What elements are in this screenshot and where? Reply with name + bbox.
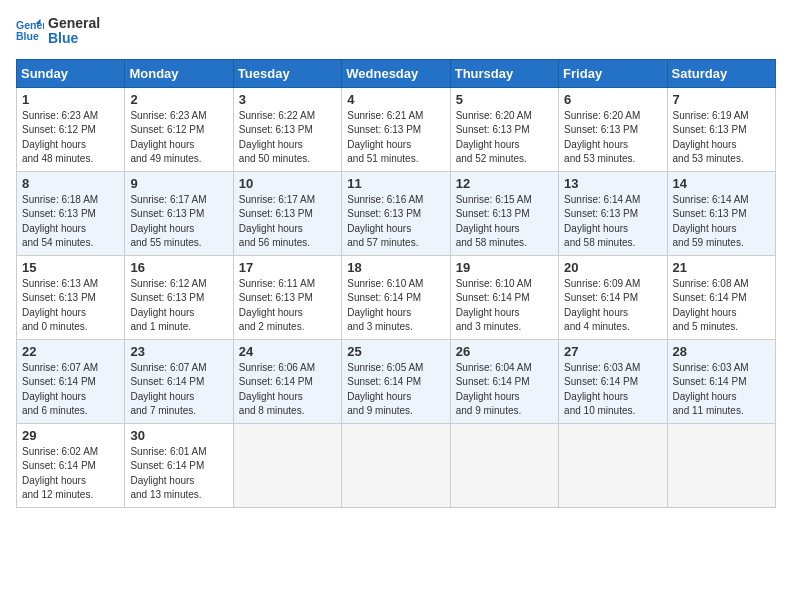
weekday-header-cell: Tuesday: [233, 59, 341, 87]
calendar-week-row: 1Sunrise: 6:23 AMSunset: 6:12 PMDaylight…: [17, 87, 776, 171]
weekday-header-cell: Sunday: [17, 59, 125, 87]
day-info: Sunrise: 6:14 AMSunset: 6:13 PMDaylight …: [564, 193, 661, 251]
day-info: Sunrise: 6:23 AMSunset: 6:12 PMDaylight …: [22, 109, 119, 167]
calendar-day-cell: 29Sunrise: 6:02 AMSunset: 6:14 PMDayligh…: [17, 423, 125, 507]
day-info: Sunrise: 6:19 AMSunset: 6:13 PMDaylight …: [673, 109, 770, 167]
day-info: Sunrise: 6:15 AMSunset: 6:13 PMDaylight …: [456, 193, 553, 251]
day-number: 16: [130, 260, 227, 275]
logo-icon: General Blue: [16, 17, 44, 45]
day-number: 21: [673, 260, 770, 275]
calendar-day-cell: 13Sunrise: 6:14 AMSunset: 6:13 PMDayligh…: [559, 171, 667, 255]
day-info: Sunrise: 6:02 AMSunset: 6:14 PMDaylight …: [22, 445, 119, 503]
day-number: 5: [456, 92, 553, 107]
svg-text:Blue: Blue: [16, 30, 39, 42]
day-info: Sunrise: 6:18 AMSunset: 6:13 PMDaylight …: [22, 193, 119, 251]
day-info: Sunrise: 6:13 AMSunset: 6:13 PMDaylight …: [22, 277, 119, 335]
day-number: 15: [22, 260, 119, 275]
calendar-day-cell: 22Sunrise: 6:07 AMSunset: 6:14 PMDayligh…: [17, 339, 125, 423]
calendar-week-row: 15Sunrise: 6:13 AMSunset: 6:13 PMDayligh…: [17, 255, 776, 339]
day-number: 11: [347, 176, 444, 191]
day-number: 17: [239, 260, 336, 275]
day-number: 23: [130, 344, 227, 359]
calendar-day-cell: 9Sunrise: 6:17 AMSunset: 6:13 PMDaylight…: [125, 171, 233, 255]
calendar-day-cell: [233, 423, 341, 507]
calendar-day-cell: 3Sunrise: 6:22 AMSunset: 6:13 PMDaylight…: [233, 87, 341, 171]
day-info: Sunrise: 6:20 AMSunset: 6:13 PMDaylight …: [456, 109, 553, 167]
day-info: Sunrise: 6:17 AMSunset: 6:13 PMDaylight …: [239, 193, 336, 251]
day-info: Sunrise: 6:22 AMSunset: 6:13 PMDaylight …: [239, 109, 336, 167]
logo: General Blue GeneralBlue: [16, 16, 100, 47]
calendar-day-cell: 26Sunrise: 6:04 AMSunset: 6:14 PMDayligh…: [450, 339, 558, 423]
calendar-day-cell: 1Sunrise: 6:23 AMSunset: 6:12 PMDaylight…: [17, 87, 125, 171]
day-info: Sunrise: 6:09 AMSunset: 6:14 PMDaylight …: [564, 277, 661, 335]
day-info: Sunrise: 6:21 AMSunset: 6:13 PMDaylight …: [347, 109, 444, 167]
day-info: Sunrise: 6:07 AMSunset: 6:14 PMDaylight …: [22, 361, 119, 419]
calendar-day-cell: [342, 423, 450, 507]
day-info: Sunrise: 6:12 AMSunset: 6:13 PMDaylight …: [130, 277, 227, 335]
day-number: 18: [347, 260, 444, 275]
day-number: 9: [130, 176, 227, 191]
calendar-day-cell: 17Sunrise: 6:11 AMSunset: 6:13 PMDayligh…: [233, 255, 341, 339]
day-info: Sunrise: 6:05 AMSunset: 6:14 PMDaylight …: [347, 361, 444, 419]
weekday-header-cell: Monday: [125, 59, 233, 87]
calendar-day-cell: [559, 423, 667, 507]
day-number: 27: [564, 344, 661, 359]
calendar-day-cell: 19Sunrise: 6:10 AMSunset: 6:14 PMDayligh…: [450, 255, 558, 339]
day-number: 28: [673, 344, 770, 359]
calendar-day-cell: 15Sunrise: 6:13 AMSunset: 6:13 PMDayligh…: [17, 255, 125, 339]
calendar-day-cell: 6Sunrise: 6:20 AMSunset: 6:13 PMDaylight…: [559, 87, 667, 171]
day-number: 6: [564, 92, 661, 107]
calendar-day-cell: [450, 423, 558, 507]
calendar-table: SundayMondayTuesdayWednesdayThursdayFrid…: [16, 59, 776, 508]
calendar-day-cell: 23Sunrise: 6:07 AMSunset: 6:14 PMDayligh…: [125, 339, 233, 423]
calendar-day-cell: 20Sunrise: 6:09 AMSunset: 6:14 PMDayligh…: [559, 255, 667, 339]
day-info: Sunrise: 6:10 AMSunset: 6:14 PMDaylight …: [347, 277, 444, 335]
day-number: 13: [564, 176, 661, 191]
calendar-week-row: 29Sunrise: 6:02 AMSunset: 6:14 PMDayligh…: [17, 423, 776, 507]
day-info: Sunrise: 6:03 AMSunset: 6:14 PMDaylight …: [673, 361, 770, 419]
calendar-day-cell: 27Sunrise: 6:03 AMSunset: 6:14 PMDayligh…: [559, 339, 667, 423]
day-number: 1: [22, 92, 119, 107]
day-number: 20: [564, 260, 661, 275]
day-number: 10: [239, 176, 336, 191]
calendar-day-cell: 25Sunrise: 6:05 AMSunset: 6:14 PMDayligh…: [342, 339, 450, 423]
calendar-day-cell: [667, 423, 775, 507]
calendar-day-cell: 4Sunrise: 6:21 AMSunset: 6:13 PMDaylight…: [342, 87, 450, 171]
calendar-week-row: 22Sunrise: 6:07 AMSunset: 6:14 PMDayligh…: [17, 339, 776, 423]
page-header: General Blue GeneralBlue: [16, 16, 776, 47]
day-number: 19: [456, 260, 553, 275]
calendar-day-cell: 7Sunrise: 6:19 AMSunset: 6:13 PMDaylight…: [667, 87, 775, 171]
calendar-day-cell: 11Sunrise: 6:16 AMSunset: 6:13 PMDayligh…: [342, 171, 450, 255]
day-number: 8: [22, 176, 119, 191]
calendar-body: 1Sunrise: 6:23 AMSunset: 6:12 PMDaylight…: [17, 87, 776, 507]
day-number: 12: [456, 176, 553, 191]
day-number: 2: [130, 92, 227, 107]
calendar-day-cell: 16Sunrise: 6:12 AMSunset: 6:13 PMDayligh…: [125, 255, 233, 339]
weekday-header-cell: Friday: [559, 59, 667, 87]
day-info: Sunrise: 6:07 AMSunset: 6:14 PMDaylight …: [130, 361, 227, 419]
day-number: 22: [22, 344, 119, 359]
day-info: Sunrise: 6:04 AMSunset: 6:14 PMDaylight …: [456, 361, 553, 419]
weekday-header-cell: Saturday: [667, 59, 775, 87]
day-number: 3: [239, 92, 336, 107]
day-info: Sunrise: 6:23 AMSunset: 6:12 PMDaylight …: [130, 109, 227, 167]
day-info: Sunrise: 6:11 AMSunset: 6:13 PMDaylight …: [239, 277, 336, 335]
calendar-day-cell: 28Sunrise: 6:03 AMSunset: 6:14 PMDayligh…: [667, 339, 775, 423]
day-info: Sunrise: 6:14 AMSunset: 6:13 PMDaylight …: [673, 193, 770, 251]
day-number: 25: [347, 344, 444, 359]
day-number: 26: [456, 344, 553, 359]
day-number: 4: [347, 92, 444, 107]
calendar-week-row: 8Sunrise: 6:18 AMSunset: 6:13 PMDaylight…: [17, 171, 776, 255]
logo-text: GeneralBlue: [48, 16, 100, 47]
day-info: Sunrise: 6:01 AMSunset: 6:14 PMDaylight …: [130, 445, 227, 503]
calendar-day-cell: 18Sunrise: 6:10 AMSunset: 6:14 PMDayligh…: [342, 255, 450, 339]
day-info: Sunrise: 6:20 AMSunset: 6:13 PMDaylight …: [564, 109, 661, 167]
day-number: 7: [673, 92, 770, 107]
weekday-header-row: SundayMondayTuesdayWednesdayThursdayFrid…: [17, 59, 776, 87]
calendar-day-cell: 14Sunrise: 6:14 AMSunset: 6:13 PMDayligh…: [667, 171, 775, 255]
calendar-day-cell: 5Sunrise: 6:20 AMSunset: 6:13 PMDaylight…: [450, 87, 558, 171]
day-number: 30: [130, 428, 227, 443]
day-info: Sunrise: 6:06 AMSunset: 6:14 PMDaylight …: [239, 361, 336, 419]
calendar-day-cell: 12Sunrise: 6:15 AMSunset: 6:13 PMDayligh…: [450, 171, 558, 255]
calendar-day-cell: 2Sunrise: 6:23 AMSunset: 6:12 PMDaylight…: [125, 87, 233, 171]
